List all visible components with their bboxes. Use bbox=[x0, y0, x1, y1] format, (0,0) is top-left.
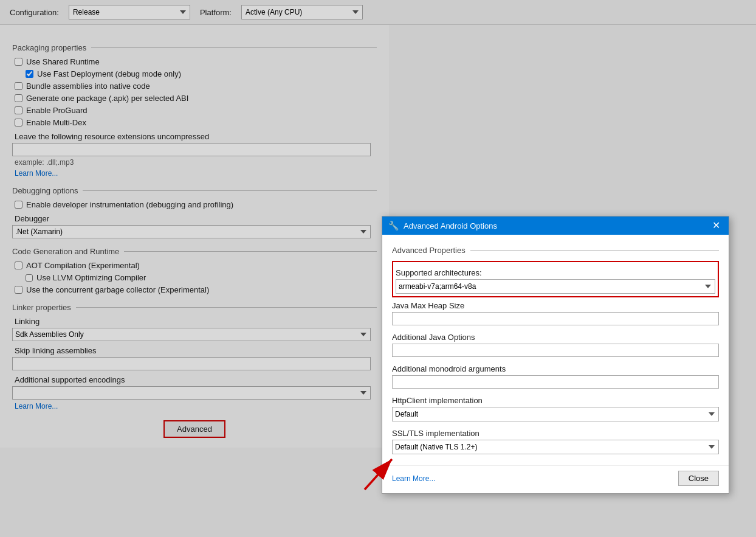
ssl-tls-select[interactable]: Default (Native TLS 1.2+) bbox=[392, 440, 719, 454]
java-heap-input[interactable] bbox=[392, 312, 719, 325]
supported-arch-label: Supported architectures: bbox=[396, 268, 715, 277]
modal-titlebar: 🔧 Advanced Android Options ✕ bbox=[382, 217, 729, 235]
modal-body: Advanced Properties Supported architectu… bbox=[382, 235, 729, 465]
modal-section-header: Advanced Properties bbox=[392, 246, 719, 255]
additional-mono-label: Additional monodroid arguments bbox=[392, 364, 719, 373]
additional-java-label: Additional Java Options bbox=[392, 333, 719, 342]
advanced-android-options-modal: 🔧 Advanced Android Options ✕ Advanced Pr… bbox=[382, 216, 729, 494]
additional-java-input[interactable] bbox=[392, 344, 719, 357]
supported-arch-select[interactable]: armeabi-v7a;arm64-v8a bbox=[396, 279, 715, 294]
httpclient-label: HttpClient implementation bbox=[392, 396, 719, 405]
supported-arch-highlighted: Supported architectures: armeabi-v7a;arm… bbox=[392, 261, 719, 297]
modal-title-left: 🔧 Advanced Android Options bbox=[388, 221, 497, 230]
httpclient-select[interactable]: Default bbox=[392, 407, 719, 421]
modal-footer: Learn More... Close bbox=[382, 465, 729, 493]
ssl-tls-label: SSL/TLS implementation bbox=[392, 429, 719, 438]
modal-close-button[interactable]: ✕ bbox=[710, 221, 723, 230]
modal-learn-more-link[interactable]: Learn More... bbox=[392, 474, 435, 483]
additional-mono-input[interactable] bbox=[392, 375, 719, 389]
modal-title-text: Advanced Android Options bbox=[404, 221, 497, 230]
java-heap-label: Java Max Heap Size bbox=[392, 301, 719, 310]
modal-close-action-button[interactable]: Close bbox=[678, 471, 719, 486]
modal-title-icon: 🔧 bbox=[388, 221, 399, 230]
